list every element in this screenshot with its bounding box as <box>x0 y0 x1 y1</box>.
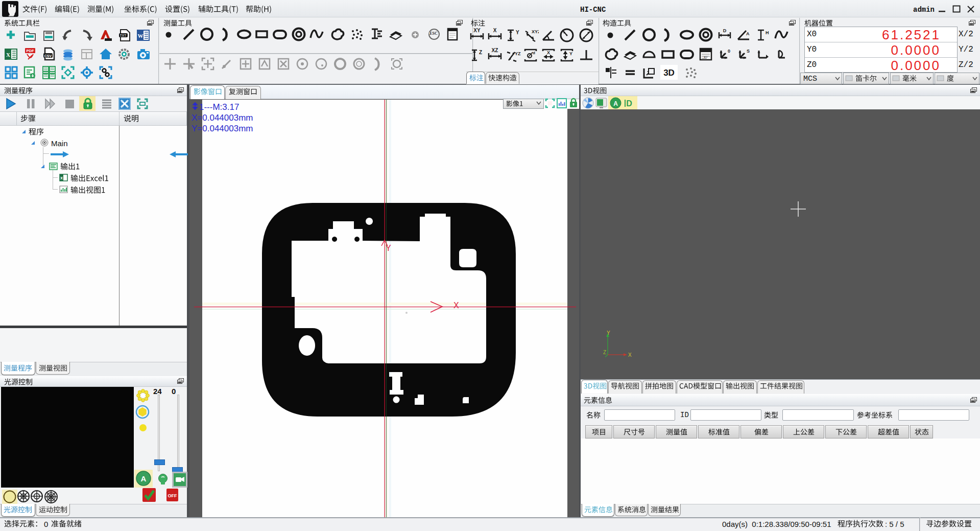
svg-text:X: X <box>547 50 550 55</box>
svg-text:x=: x= <box>704 55 708 59</box>
svg-text:CSV: CSV <box>44 54 52 58</box>
svg-text:X: X <box>6 52 10 58</box>
svg-text:Y: Y <box>516 30 519 35</box>
svg-text:0: 0 <box>728 49 730 54</box>
svg-text:A: A <box>141 474 147 483</box>
svg-text:D: D <box>626 99 632 108</box>
svg-text:W: W <box>138 33 144 39</box>
svg-text:YZ: YZ <box>515 51 521 56</box>
svg-text:3D: 3D <box>663 68 675 78</box>
svg-text:OFF: OFF <box>168 493 177 498</box>
svg-text:A: A <box>613 100 618 107</box>
svg-text:TXT: TXT <box>120 34 126 37</box>
svg-text:A: A <box>746 31 750 36</box>
svg-text:Y: Y <box>607 330 610 336</box>
svg-text:Z: Z <box>603 350 606 355</box>
svg-text:XY: XY <box>473 28 481 33</box>
svg-text:XZ: XZ <box>492 48 498 53</box>
svg-text:S: S <box>747 49 750 54</box>
svg-text:d: d <box>533 51 535 55</box>
svg-text:D: D <box>723 28 727 33</box>
svg-text:PDF: PDF <box>27 49 34 53</box>
svg-text:Z: Z <box>479 50 482 55</box>
svg-text:X: X <box>493 28 497 33</box>
svg-text:H: H <box>766 30 769 35</box>
svg-text:Y: Y <box>569 51 572 56</box>
svg-text:XYZ: XYZ <box>532 29 539 34</box>
svg-text:X: X <box>628 352 632 358</box>
svg-text:ESC: ESC <box>429 31 438 36</box>
svg-text:x: x <box>60 175 63 180</box>
